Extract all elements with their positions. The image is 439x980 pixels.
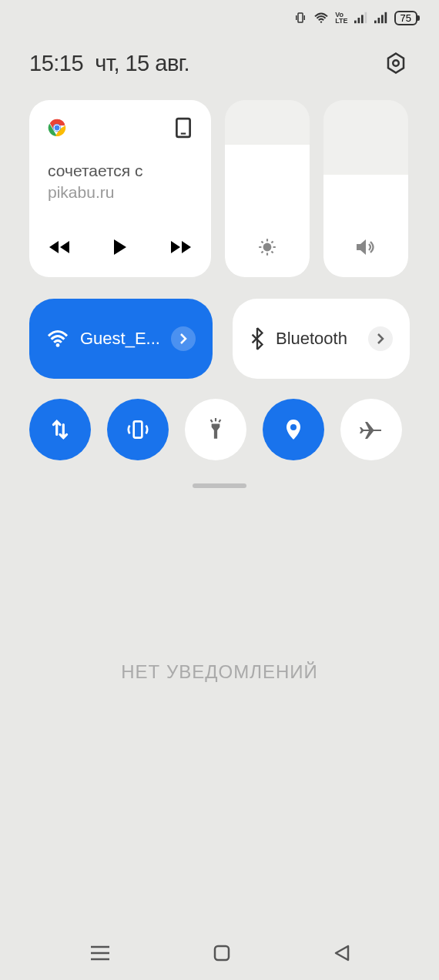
svg-rect-0 bbox=[298, 13, 303, 22]
svg-line-29 bbox=[219, 420, 220, 422]
svg-rect-3 bbox=[357, 18, 360, 23]
svg-rect-34 bbox=[215, 946, 229, 960]
svg-point-25 bbox=[56, 343, 60, 347]
chrome-icon bbox=[48, 119, 66, 137]
bluetooth-toggle[interactable]: Bluetooth bbox=[233, 299, 410, 379]
media-subtitle: pikabu.ru bbox=[48, 183, 193, 202]
location-icon bbox=[284, 418, 303, 441]
media-title: сочетается с bbox=[48, 162, 193, 180]
wifi-icon bbox=[46, 329, 69, 348]
qs-header: 15:15 чт, 15 авг. bbox=[0, 35, 439, 100]
prev-icon bbox=[49, 239, 71, 255]
time-label: 15:15 bbox=[29, 51, 83, 75]
svg-rect-7 bbox=[377, 18, 380, 23]
wifi-status-icon bbox=[313, 12, 329, 24]
location-toggle[interactable] bbox=[263, 399, 324, 460]
brightness-slider[interactable] bbox=[225, 100, 310, 277]
svg-point-30 bbox=[290, 424, 297, 430]
next-icon bbox=[169, 239, 191, 255]
settings-button[interactable] bbox=[382, 49, 410, 77]
svg-line-21 bbox=[261, 241, 263, 242]
vibrate-status-icon bbox=[293, 11, 307, 25]
status-bar: VoLTE 75 bbox=[0, 0, 439, 35]
chevron-right-icon bbox=[377, 333, 384, 344]
wifi-label: Guest_E... bbox=[80, 329, 160, 349]
svg-rect-8 bbox=[381, 15, 384, 23]
brightness-icon bbox=[257, 237, 277, 257]
airplane-icon bbox=[360, 419, 383, 440]
svg-line-28 bbox=[211, 420, 213, 422]
play-button[interactable] bbox=[112, 239, 128, 256]
bluetooth-expand-button[interactable] bbox=[368, 326, 393, 351]
bluetooth-label: Bluetooth bbox=[276, 329, 357, 349]
home-button[interactable] bbox=[213, 944, 231, 962]
svg-line-23 bbox=[261, 251, 263, 253]
battery-badge: 75 bbox=[394, 11, 417, 25]
vibrate-icon bbox=[125, 418, 151, 441]
svg-point-1 bbox=[320, 21, 322, 22]
wifi-expand-button[interactable] bbox=[171, 326, 196, 351]
flashlight-toggle[interactable] bbox=[185, 399, 246, 460]
play-icon bbox=[112, 239, 128, 256]
svg-line-22 bbox=[271, 251, 273, 253]
gear-icon bbox=[384, 52, 407, 75]
svg-rect-5 bbox=[364, 12, 367, 23]
volume-icon bbox=[355, 237, 377, 257]
wifi-toggle[interactable]: Guest_E... bbox=[29, 299, 213, 379]
svg-rect-26 bbox=[134, 421, 142, 437]
svg-point-13 bbox=[54, 125, 60, 131]
date-label: чт, 15 авг. bbox=[95, 51, 189, 75]
svg-rect-9 bbox=[384, 12, 387, 23]
signal2-icon bbox=[374, 12, 388, 24]
svg-rect-15 bbox=[181, 132, 186, 134]
menu-icon bbox=[89, 945, 111, 962]
bluetooth-icon bbox=[250, 327, 265, 350]
svg-rect-6 bbox=[374, 21, 377, 24]
signal1-icon bbox=[354, 12, 368, 24]
volume-slider[interactable] bbox=[323, 100, 408, 277]
media-card[interactable]: сочетается с pikabu.ru bbox=[29, 100, 211, 277]
back-button[interactable] bbox=[333, 944, 350, 962]
drag-handle[interactable] bbox=[193, 483, 246, 488]
chevron-right-icon bbox=[179, 333, 187, 344]
prev-button[interactable] bbox=[49, 239, 71, 255]
cast-icon[interactable] bbox=[174, 117, 193, 139]
nav-bar bbox=[0, 926, 439, 980]
airplane-toggle[interactable] bbox=[340, 399, 402, 460]
data-icon bbox=[50, 418, 70, 441]
no-notifications-label: НЕТ УВЕДОМЛЕНИЙ bbox=[0, 661, 439, 683]
next-button[interactable] bbox=[169, 239, 191, 255]
home-icon bbox=[213, 944, 231, 962]
svg-point-16 bbox=[263, 243, 272, 252]
volte-icon: VoLTE bbox=[335, 12, 347, 24]
svg-line-24 bbox=[271, 241, 273, 242]
back-icon bbox=[333, 944, 350, 962]
svg-rect-2 bbox=[354, 21, 357, 24]
svg-rect-4 bbox=[361, 15, 364, 23]
svg-point-10 bbox=[393, 60, 399, 66]
mobile-data-toggle[interactable] bbox=[29, 399, 91, 460]
flashlight-icon bbox=[207, 417, 224, 442]
vibrate-toggle[interactable] bbox=[107, 399, 169, 460]
recents-button[interactable] bbox=[89, 945, 111, 962]
